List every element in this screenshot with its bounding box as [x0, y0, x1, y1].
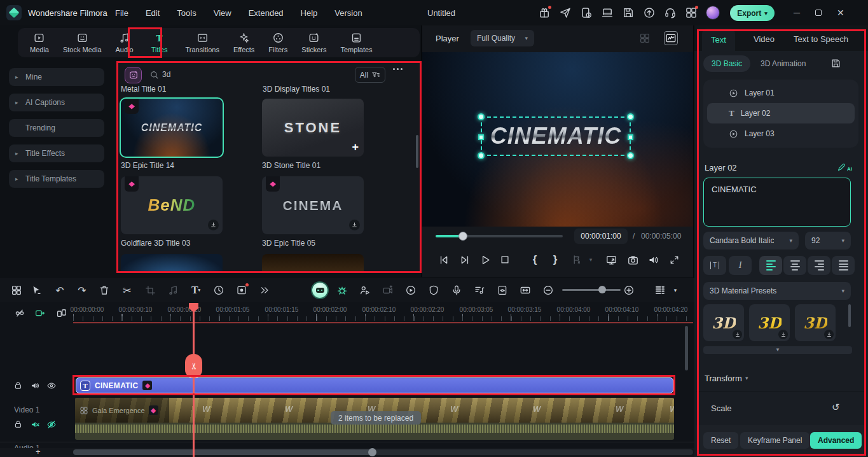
add-icon[interactable]: + [352, 141, 359, 154]
undo-icon[interactable]: ↶ [53, 284, 66, 297]
track-visibility-icon[interactable] [46, 380, 57, 391]
timeline-vscrollbar[interactable] [685, 326, 688, 370]
maximize-button[interactable] [815, 10, 822, 16]
timeline-zoom-handle[interactable] [598, 286, 606, 293]
auto-ripple-icon[interactable] [14, 307, 25, 319]
scopes-icon[interactable] [664, 31, 678, 45]
text-input[interactable]: CINEMATIC [703, 178, 851, 227]
zoom-in-icon[interactable] [623, 284, 635, 297]
gallery-item-goldflare-3d-title-03[interactable]: BeND ◆ [121, 176, 223, 234]
ai-copywriting-icon[interactable]: AI [837, 162, 852, 172]
gallery-item-partial[interactable] [121, 254, 223, 273]
justify-button[interactable] [832, 256, 855, 275]
preview-quality-icon[interactable] [404, 284, 417, 297]
stop-icon[interactable] [498, 253, 512, 267]
mode-3d-basic[interactable]: 3D Basic [703, 55, 750, 72]
next-frame-icon[interactable] [458, 253, 472, 267]
redo-icon[interactable]: ↷ [76, 284, 88, 297]
playhead-split-icon[interactable]: ✂ [185, 354, 202, 378]
more-tools-icon[interactable] [258, 284, 271, 297]
font-size-select[interactable]: 92 [805, 232, 851, 250]
split-icon[interactable]: ✂ [121, 284, 134, 297]
fullscreen-icon[interactable] [667, 253, 681, 267]
letter-spacing-button[interactable]: T [703, 256, 726, 275]
mark-in-icon[interactable]: { [528, 253, 542, 267]
sidebar-item-mine[interactable]: ▸Mine [9, 68, 104, 86]
play-icon[interactable] [478, 253, 492, 267]
screen-record-icon[interactable] [382, 284, 394, 297]
playhead-line[interactable] [193, 303, 195, 457]
track-lock-icon[interactable] [13, 380, 24, 391]
shield-icon[interactable] [427, 284, 440, 297]
add-track-icon[interactable]: + [36, 447, 41, 456]
track-muted-icon[interactable] [29, 419, 40, 430]
resize-handle[interactable] [627, 113, 634, 120]
avatar-presenter-icon[interactable] [359, 284, 371, 297]
tab-stickers[interactable]: Stickers [296, 30, 332, 55]
render-preview-icon[interactable] [604, 253, 618, 267]
material-presets-select[interactable]: 3D Material Presets [703, 282, 851, 300]
apps-icon[interactable] [685, 6, 698, 19]
sidebar-item-title-templates[interactable]: ▸Title Templates [9, 170, 104, 188]
close-button[interactable]: ✕ [837, 8, 844, 18]
audio-detach-icon[interactable] [167, 284, 179, 297]
upload-icon[interactable] [643, 6, 656, 19]
gallery-item-3d-epic-title-14[interactable]: CINEMATIC ◆ [121, 99, 223, 157]
ai-tools-icon[interactable] [336, 284, 348, 297]
menu-file[interactable]: File [115, 8, 128, 18]
panel-tab-text-to-speech[interactable]: Text to Speech [794, 34, 848, 44]
track-mute-icon[interactable] [29, 380, 40, 391]
material-preset-3[interactable]: 3D [795, 304, 836, 341]
track-hidden-icon[interactable] [46, 419, 57, 430]
layer-item-02[interactable]: TLayer 02 [707, 103, 855, 123]
resize-handle[interactable] [478, 152, 485, 159]
save-preset-icon[interactable] [830, 58, 841, 69]
marker-dropdown-icon[interactable]: ▾ [584, 253, 598, 267]
presets-scrollbar[interactable] [848, 304, 851, 327]
delete-icon[interactable] [98, 284, 111, 297]
audio-mixer-icon[interactable] [473, 284, 486, 297]
fit-timeline-icon[interactable] [519, 284, 532, 297]
advanced-button[interactable]: Advanced [810, 432, 862, 449]
filter-all-button[interactable]: All [355, 67, 385, 83]
menu-tools[interactable]: Tools [177, 8, 196, 18]
font-family-select[interactable]: Candara Bold Italic [703, 232, 799, 250]
preview-title-text[interactable]: CINEMATIC [490, 123, 621, 150]
ai-copilot-icon[interactable] [312, 283, 327, 298]
align-right-button[interactable] [808, 256, 830, 275]
share-icon[interactable] [559, 6, 572, 19]
gallery-item-3d-epic-title-05[interactable]: CINEMA ◆ [262, 176, 364, 234]
tab-stock-media[interactable]: Stock Media [57, 30, 107, 55]
support-icon[interactable] [664, 6, 677, 19]
crop-icon[interactable] [144, 284, 156, 297]
sidebar-item-trending[interactable]: Trending [9, 119, 104, 137]
menu-view[interactable]: View [214, 8, 231, 18]
user-avatar[interactable] [706, 6, 720, 20]
gallery-item-3d-stone-title-01[interactable]: STONE + [262, 99, 364, 157]
keyframe-panel-button[interactable]: Keyframe Panel [740, 432, 809, 449]
mark-out-icon[interactable]: } [548, 253, 562, 267]
align-center-button[interactable] [783, 256, 806, 275]
tab-media[interactable]: Media [24, 30, 55, 55]
volume-icon[interactable] [646, 253, 660, 267]
link-clips-icon[interactable] [34, 307, 46, 319]
italic-button[interactable]: I [729, 256, 752, 275]
resize-handle[interactable] [628, 134, 633, 140]
render-settings-icon[interactable] [496, 284, 509, 297]
expand-presets-button[interactable]: ▼ [703, 346, 852, 354]
quality-select[interactable]: Full Quality [471, 30, 534, 46]
material-preset-1[interactable]: 3D [703, 304, 744, 341]
resize-handle[interactable] [478, 113, 485, 120]
resize-handle[interactable] [478, 134, 484, 140]
device-sync-icon[interactable] [580, 6, 593, 19]
resize-handle[interactable] [627, 152, 634, 159]
sidebar-item-ai-captions[interactable]: ▸AI Captions [9, 94, 104, 111]
panel-tab-video[interactable]: Video [754, 34, 775, 44]
material-preset-2[interactable]: 3D [749, 304, 790, 341]
player-layout-icon[interactable] [639, 32, 651, 44]
text-selection-box[interactable]: CINEMATIC [481, 116, 631, 156]
search-input[interactable]: 3d [162, 70, 170, 79]
minimize-button[interactable]: ─ [794, 8, 800, 18]
timeline-hscrollbar-knob[interactable] [368, 448, 376, 456]
workspace-icon[interactable] [601, 6, 614, 19]
